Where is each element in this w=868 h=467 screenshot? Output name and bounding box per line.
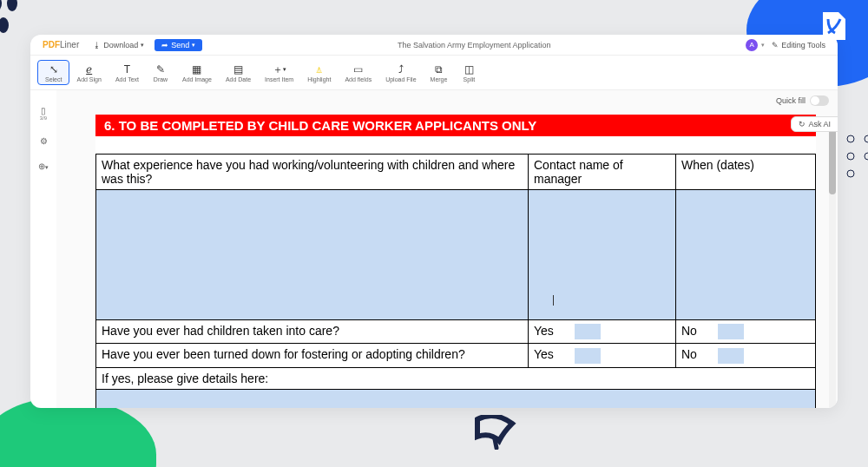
tool-add-image[interactable]: ▦ Add Image <box>175 61 219 84</box>
column-header-contact: Contact name of manager <box>529 155 676 190</box>
plus-icon: ＋▾ <box>273 62 286 76</box>
svg-point-2 <box>865 135 868 142</box>
column-header-experience: What experience have you had working/vol… <box>96 155 529 190</box>
page-icon: ▯ <box>41 106 46 115</box>
download-button[interactable]: ⭳ Download ▾ <box>86 39 151 51</box>
no-checkbox-field[interactable] <box>718 348 744 364</box>
details-question: If yes, please give details here: <box>96 367 816 389</box>
answer-yes-cell: Yes <box>529 320 676 344</box>
zoom-icon: ⊕▾ <box>38 161 49 171</box>
highlight-icon: ⍋ <box>316 62 322 76</box>
tool-add-date[interactable]: ▤ Add Date <box>219 61 258 84</box>
send-label: Send <box>171 41 189 49</box>
split-icon: ◫ <box>464 62 474 76</box>
svg-point-5 <box>865 153 868 160</box>
image-icon: ▦ <box>192 62 201 76</box>
decoration-bottom-center <box>469 415 521 450</box>
zoom-button[interactable]: ⊕▾ <box>38 161 49 171</box>
download-icon: ⭳ <box>93 41 101 49</box>
section-header: 6. TO BE COMPLETED BY CHILD CARE WORKER … <box>95 115 816 136</box>
page-count: 3/9 <box>40 115 47 121</box>
tool-add-fields[interactable]: ▭ Add fields <box>338 61 378 84</box>
upload-icon: ⤴ <box>398 62 404 76</box>
yes-checkbox-field[interactable] <box>575 324 601 339</box>
contact-field[interactable] <box>529 190 676 320</box>
fields-icon: ▭ <box>353 62 363 76</box>
pencil-icon: ✎ <box>772 41 779 49</box>
vertical-scrollbar[interactable] <box>829 116 836 408</box>
toolbar: ⤡ Select ℯ Add Sign T Add Text ✎ Draw ▦ … <box>30 56 838 90</box>
answer-yes-cell: Yes <box>529 344 676 367</box>
details-field[interactable] <box>96 389 816 408</box>
ask-ai-label: Ask AI <box>808 120 831 128</box>
download-label: Download <box>103 41 138 49</box>
tool-draw[interactable]: ✎ Draw <box>146 61 175 84</box>
pdf-app-icon <box>816 9 851 43</box>
refresh-icon: ↻ <box>799 120 806 128</box>
document-title: The Salvation Army Employment Applicatio… <box>202 41 746 49</box>
tool-insert-item[interactable]: ＋▾ Insert Item <box>258 61 300 84</box>
quick-fill-toggle[interactable]: Quick fill <box>776 95 829 106</box>
svg-point-1 <box>847 135 854 142</box>
answer-no-cell: No <box>676 320 816 344</box>
pdf-editor-app: PDFLiner ⭳ Download ▾ ➦ Send ▾ The Salva… <box>30 35 838 408</box>
merge-icon: ⧉ <box>435 62 443 76</box>
tool-add-sign[interactable]: ℯ Add Sign <box>69 61 108 84</box>
chevron-down-icon: ▾ <box>141 42 144 49</box>
experience-field[interactable] <box>96 190 529 320</box>
text-icon: T <box>124 62 130 76</box>
left-sidebar: ▯ 3/9 ⚙ ⊕▾ <box>30 90 56 408</box>
quick-fill-label: Quick fill <box>776 96 806 105</box>
tool-upload-file[interactable]: ⤴ Upload File <box>378 61 423 84</box>
tool-highlight[interactable]: ⍋ Highlight <box>300 61 338 84</box>
user-avatar[interactable]: A <box>746 39 758 51</box>
tool-merge[interactable]: ⧉ Merge <box>424 61 455 84</box>
sign-icon: ℯ <box>86 62 92 76</box>
yes-checkbox-field[interactable] <box>575 348 601 364</box>
question-children-care: Have you ever had children taken into ca… <box>96 320 529 344</box>
cursor-icon: ⤡ <box>49 62 58 76</box>
settings-button[interactable]: ⚙ <box>40 136 48 146</box>
draw-icon: ✎ <box>156 62 165 76</box>
chevron-down-icon[interactable]: ▾ <box>761 42 765 49</box>
form-table: What experience have you had working/vol… <box>95 154 816 408</box>
top-bar: PDFLiner ⭳ Download ▾ ➦ Send ▾ The Salva… <box>30 35 838 56</box>
content-area: ▯ 3/9 ⚙ ⊕▾ Quick fill 6. TO BE COMPLETED… <box>30 90 838 408</box>
tool-split[interactable]: ◫ Split <box>454 61 483 84</box>
ask-ai-button[interactable]: ↻ Ask AI <box>791 116 838 132</box>
when-field[interactable] <box>676 190 816 320</box>
text-cursor <box>553 295 554 306</box>
no-checkbox-field[interactable] <box>718 324 744 339</box>
column-header-when: When (dates) <box>676 155 816 190</box>
calendar-icon: ▤ <box>233 62 243 76</box>
question-fostering: Have you ever been turned down for foste… <box>96 344 529 367</box>
gear-icon: ⚙ <box>40 136 48 146</box>
answer-no-cell: No <box>676 344 816 367</box>
svg-point-7 <box>847 170 854 177</box>
pages-panel-button[interactable]: ▯ 3/9 <box>40 106 47 121</box>
toggle-switch[interactable] <box>810 95 829 106</box>
chevron-down-icon: ▾ <box>192 42 195 49</box>
logo: PDFLiner <box>43 40 79 49</box>
document-viewport[interactable]: Quick fill 6. TO BE COMPLETED BY CHILD C… <box>56 90 838 408</box>
tool-add-text[interactable]: T Add Text <box>108 61 146 84</box>
send-button[interactable]: ➦ Send ▾ <box>155 39 202 51</box>
decoration-top-left <box>0 0 35 52</box>
svg-point-4 <box>847 153 854 160</box>
decoration-bottom-left <box>0 398 156 467</box>
send-icon: ➦ <box>161 41 168 49</box>
document-page: 6. TO BE COMPLETED BY CHILD CARE WORKER … <box>95 115 816 408</box>
tool-select[interactable]: ⤡ Select <box>37 60 69 85</box>
